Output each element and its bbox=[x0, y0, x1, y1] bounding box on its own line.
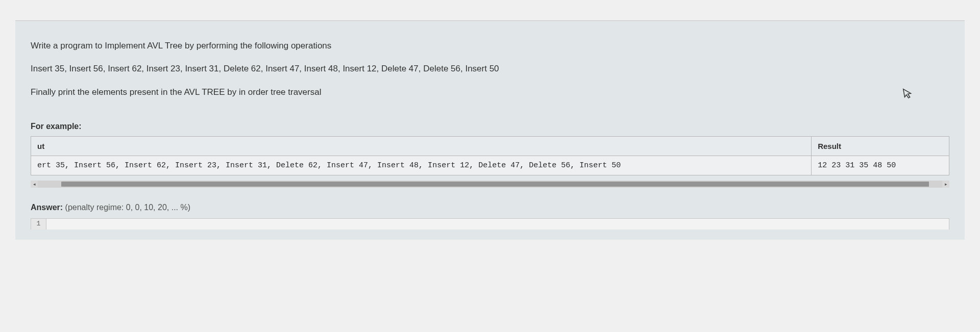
question-line-1: Write a program to Implement AVL Tree by… bbox=[31, 36, 949, 55]
question-panel: Write a program to Implement AVL Tree by… bbox=[15, 20, 965, 240]
table-header-result: Result bbox=[812, 137, 949, 156]
answer-label-row: Answer: (penalty regime: 0, 0, 10, 20, .… bbox=[31, 203, 949, 212]
example-table: ut Result ert 35, Insert 56, Insert 62, … bbox=[31, 136, 949, 175]
table-cell-result: 12 23 31 35 48 50 bbox=[812, 156, 949, 175]
horizontal-scrollbar[interactable]: ◂ ▸ bbox=[31, 181, 949, 188]
answer-label: Answer: bbox=[31, 203, 63, 212]
scroll-right-arrow-icon[interactable]: ▸ bbox=[942, 181, 949, 188]
table-cell-input: ert 35, Insert 56, Insert 62, Insert 23,… bbox=[31, 156, 812, 175]
table-header-input: ut bbox=[31, 137, 812, 156]
code-input-area[interactable] bbox=[46, 219, 949, 229]
answer-section: Answer: (penalty regime: 0, 0, 10, 20, .… bbox=[15, 203, 965, 229]
line-number: 1 bbox=[31, 219, 46, 229]
question-text-block: Write a program to Implement AVL Tree by… bbox=[15, 36, 965, 101]
example-section: For example: ut Result ert 35, Insert 56… bbox=[15, 122, 965, 188]
example-table-wrapper: ut Result ert 35, Insert 56, Insert 62, … bbox=[31, 136, 949, 188]
example-label: For example: bbox=[31, 122, 949, 131]
scroll-left-arrow-icon[interactable]: ◂ bbox=[31, 181, 38, 188]
code-editor[interactable]: 1 bbox=[31, 218, 949, 229]
table-row: ert 35, Insert 56, Insert 62, Insert 23,… bbox=[31, 156, 949, 175]
question-line-2: Insert 35, Insert 56, Insert 62, Insert … bbox=[31, 59, 949, 78]
penalty-regime: (penalty regime: 0, 0, 10, 20, ... %) bbox=[65, 203, 190, 212]
scroll-thumb[interactable] bbox=[61, 182, 929, 187]
question-line-3: Finally print the elements present in th… bbox=[31, 83, 949, 101]
